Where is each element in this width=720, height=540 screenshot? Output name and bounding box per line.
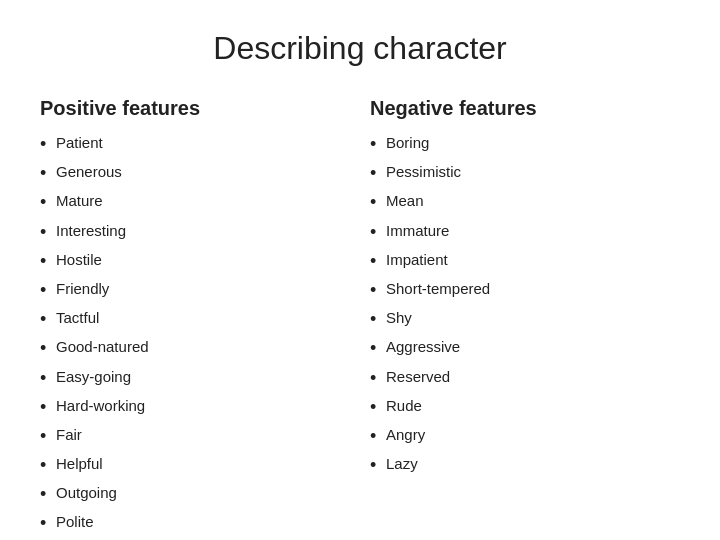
bullet-icon: •: [370, 220, 386, 245]
list-item: •Good-natured: [40, 336, 350, 361]
list-item: •Outgoing: [40, 482, 350, 507]
item-label: Lazy: [386, 453, 418, 476]
bullet-icon: •: [40, 307, 56, 332]
item-label: Interesting: [56, 220, 126, 243]
item-label: Boring: [386, 132, 429, 155]
bullet-icon: •: [370, 453, 386, 478]
list-item: •Rude: [370, 395, 680, 420]
item-label: Rude: [386, 395, 422, 418]
page-title: Describing character: [40, 30, 680, 67]
positive-list: •Patient•Generous•Mature•Interesting•Hos…: [40, 132, 350, 540]
item-label: Good-natured: [56, 336, 149, 359]
negative-column: Negative features •Boring•Pessimistic•Me…: [370, 97, 680, 540]
list-item: •Aggressive: [370, 336, 680, 361]
bullet-icon: •: [370, 249, 386, 274]
columns-container: Positive features •Patient•Generous•Matu…: [40, 97, 680, 540]
item-label: Hard-working: [56, 395, 145, 418]
bullet-icon: •: [40, 453, 56, 478]
negative-list: •Boring•Pessimistic•Mean•Immature•Impati…: [370, 132, 680, 478]
list-item: •Short-tempered: [370, 278, 680, 303]
bullet-icon: •: [370, 307, 386, 332]
item-label: Immature: [386, 220, 449, 243]
item-label: Fair: [56, 424, 82, 447]
bullet-icon: •: [40, 278, 56, 303]
list-item: •Impatient: [370, 249, 680, 274]
list-item: •Interesting: [40, 220, 350, 245]
bullet-icon: •: [40, 482, 56, 507]
bullet-icon: •: [370, 395, 386, 420]
bullet-icon: •: [370, 132, 386, 157]
item-label: Easy-going: [56, 366, 131, 389]
bullet-icon: •: [40, 249, 56, 274]
list-item: •Patient: [40, 132, 350, 157]
bullet-icon: •: [40, 220, 56, 245]
list-item: •Fair: [40, 424, 350, 449]
bullet-icon: •: [370, 161, 386, 186]
item-label: Friendly: [56, 278, 109, 301]
bullet-icon: •: [370, 278, 386, 303]
list-item: •Angry: [370, 424, 680, 449]
bullet-icon: •: [40, 161, 56, 186]
bullet-icon: •: [370, 336, 386, 361]
page: Describing character Positive features •…: [0, 0, 720, 540]
item-label: Hostile: [56, 249, 102, 272]
bullet-icon: •: [40, 424, 56, 449]
list-item: •Helpful: [40, 453, 350, 478]
bullet-icon: •: [40, 511, 56, 536]
item-label: Mean: [386, 190, 424, 213]
item-label: Impatient: [386, 249, 448, 272]
item-label: Generous: [56, 161, 122, 184]
list-item: •Tactful: [40, 307, 350, 332]
item-label: Polite: [56, 511, 94, 534]
item-label: Tactful: [56, 307, 99, 330]
list-item: •Shy: [370, 307, 680, 332]
list-item: •Immature: [370, 220, 680, 245]
item-label: Mature: [56, 190, 103, 213]
positive-column: Positive features •Patient•Generous•Matu…: [40, 97, 350, 540]
bullet-icon: •: [40, 366, 56, 391]
item-label: Reserved: [386, 366, 450, 389]
list-item: •Hard-working: [40, 395, 350, 420]
list-item: •Easy-going: [40, 366, 350, 391]
bullet-icon: •: [40, 190, 56, 215]
list-item: •Lazy: [370, 453, 680, 478]
list-item: •Mean: [370, 190, 680, 215]
list-item: •Friendly: [40, 278, 350, 303]
item-label: Angry: [386, 424, 425, 447]
bullet-icon: •: [40, 336, 56, 361]
bullet-icon: •: [370, 190, 386, 215]
list-item: •Mature: [40, 190, 350, 215]
bullet-icon: •: [40, 132, 56, 157]
item-label: Outgoing: [56, 482, 117, 505]
list-item: •Polite: [40, 511, 350, 536]
list-item: •Hostile: [40, 249, 350, 274]
list-item: •Reserved: [370, 366, 680, 391]
item-label: Patient: [56, 132, 103, 155]
item-label: Helpful: [56, 453, 103, 476]
bullet-icon: •: [370, 366, 386, 391]
item-label: Aggressive: [386, 336, 460, 359]
negative-heading: Negative features: [370, 97, 680, 120]
list-item: •Boring: [370, 132, 680, 157]
bullet-icon: •: [370, 424, 386, 449]
positive-heading: Positive features: [40, 97, 350, 120]
list-item: •Pessimistic: [370, 161, 680, 186]
item-label: Short-tempered: [386, 278, 490, 301]
bullet-icon: •: [40, 395, 56, 420]
item-label: Pessimistic: [386, 161, 461, 184]
list-item: •Generous: [40, 161, 350, 186]
item-label: Shy: [386, 307, 412, 330]
